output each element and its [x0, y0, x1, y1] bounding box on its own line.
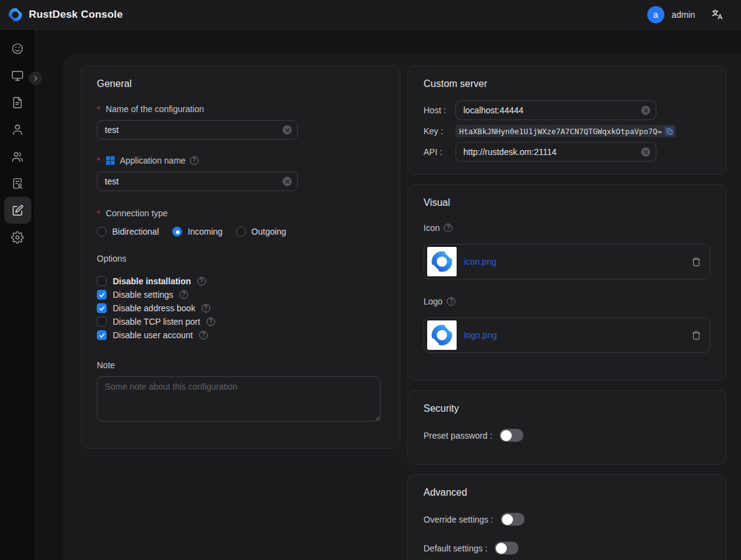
default-settings-label: Default settings :	[424, 543, 487, 553]
host-input[interactable]	[455, 100, 656, 120]
default-settings-toggle[interactable]	[495, 542, 519, 554]
sidebar-item-address-books[interactable]	[4, 170, 31, 197]
advanced-title: Advanced	[424, 487, 710, 498]
help-icon[interactable]: ?	[180, 290, 188, 299]
preset-password-toggle[interactable]	[500, 429, 523, 442]
key-value-chip: HtaXBkJNHyn0e1U1jWXze7A7CN7QTGWqxkOtpaVp…	[455, 125, 676, 137]
checkbox-disable-user-account[interactable]: Disable user account ?	[97, 328, 384, 342]
connection-type-label: * Connection type	[97, 208, 384, 218]
options-list: Disable installation ? Disable settings …	[97, 274, 384, 342]
checkbox-disable-installation[interactable]: Disable installation ?	[97, 274, 384, 288]
icon-label: Icon ?	[424, 223, 710, 233]
visual-card: Visual Icon ?	[408, 184, 726, 380]
note-textarea[interactable]	[97, 376, 381, 422]
help-icon[interactable]: ?	[202, 304, 210, 312]
sidebar-item-settings[interactable]	[4, 224, 31, 251]
note-label: Note	[97, 360, 384, 370]
general-card: General * Name of the configuration	[81, 66, 400, 448]
sidebar-item-dashboard[interactable]	[4, 35, 31, 62]
app-name-label: * Application name ?	[97, 156, 384, 165]
chevron-right-icon	[32, 75, 39, 82]
trash-icon[interactable]	[691, 257, 701, 267]
radio-outgoing[interactable]: Outgoing	[236, 227, 286, 236]
clear-icon[interactable]	[283, 126, 292, 135]
connection-type-group: Bidirectional Incoming Outgoing	[97, 227, 384, 236]
sidebar-item-audit[interactable]	[4, 89, 31, 116]
config-name-label: * Name of the configuration	[97, 104, 384, 114]
radio-bidirectional[interactable]: Bidirectional	[97, 227, 159, 236]
clear-icon[interactable]	[641, 148, 650, 157]
help-icon[interactable]: ?	[199, 331, 208, 339]
top-bar: RustDesk Console a admin	[0, 0, 741, 29]
security-card: Security Preset password :	[408, 390, 726, 464]
avatar[interactable]: a	[647, 6, 664, 23]
icon-upload-item: icon.png	[424, 244, 710, 279]
required-marker: *	[97, 156, 100, 165]
app-title: RustDesk Console	[29, 9, 123, 21]
app-name-input[interactable]	[97, 172, 298, 191]
brand: RustDesk Console	[7, 7, 123, 23]
checkbox-disable-address-book[interactable]: Disable address book ?	[97, 301, 384, 315]
users-icon	[11, 150, 24, 163]
gear-icon	[11, 231, 24, 244]
custom-server-card: Custom server Host : Key : H	[408, 66, 726, 175]
api-input[interactable]	[455, 142, 656, 162]
help-icon[interactable]: ?	[190, 156, 199, 165]
monitor-icon	[11, 69, 24, 82]
config-name-field	[97, 120, 298, 140]
app-name-field	[97, 172, 298, 191]
checkbox-disable-tcp-listen-port[interactable]: Disable TCP listen port ?	[97, 315, 384, 328]
override-settings-row: Override settings :	[424, 513, 710, 526]
edit-icon	[11, 204, 24, 217]
advanced-card: Advanced Override settings : Default set…	[408, 474, 726, 560]
clear-icon[interactable]	[283, 177, 292, 186]
checkbox-disable-settings[interactable]: Disable settings ?	[97, 288, 384, 301]
copy-icon[interactable]	[664, 126, 674, 136]
sidebar-item-devices[interactable]	[4, 62, 31, 89]
logo-label: Logo ?	[424, 297, 710, 306]
help-icon[interactable]: ?	[447, 297, 455, 306]
key-label: Key :	[424, 126, 455, 136]
api-label: API :	[424, 147, 455, 157]
visual-title: Visual	[424, 197, 710, 208]
document-icon	[11, 96, 24, 109]
icon-thumbnail	[427, 247, 457, 276]
help-icon[interactable]: ?	[197, 277, 206, 286]
config-name-input[interactable]	[97, 120, 298, 140]
required-marker: *	[97, 104, 100, 114]
required-marker: *	[97, 208, 100, 218]
clear-icon[interactable]	[641, 106, 650, 115]
sidebar-item-groups[interactable]	[4, 143, 31, 170]
content-panel: General * Name of the configuration	[63, 55, 741, 560]
windows-logo-icon	[105, 156, 115, 165]
preset-password-label: Preset password :	[424, 431, 492, 441]
smiley-icon	[11, 42, 24, 55]
avatar-initial: a	[653, 10, 658, 20]
api-field	[455, 142, 656, 162]
security-title: Security	[424, 403, 710, 414]
logo-upload-item: logo.png	[424, 317, 710, 353]
host-field	[455, 100, 656, 120]
sidebar-expand-button[interactable]	[29, 72, 42, 85]
override-settings-toggle[interactable]	[501, 513, 525, 526]
custom-server-title: Custom server	[424, 78, 710, 89]
host-label: Host :	[424, 105, 455, 115]
trash-icon[interactable]	[691, 330, 701, 340]
sidebar-item-users[interactable]	[4, 116, 31, 143]
override-settings-label: Override settings :	[424, 515, 493, 524]
sidebar	[0, 29, 36, 560]
general-title: General	[97, 78, 384, 89]
rustdesk-logo-icon	[7, 7, 23, 23]
logo-thumbnail	[427, 320, 457, 350]
options-label: Options	[97, 254, 384, 263]
username: admin	[672, 10, 695, 20]
translate-icon[interactable]	[711, 8, 724, 21]
logo-filename-link[interactable]: logo.png	[464, 330, 497, 340]
sidebar-item-custom-client[interactable]	[4, 197, 31, 224]
user-icon	[11, 123, 24, 136]
help-icon[interactable]: ?	[207, 317, 215, 326]
preset-password-row: Preset password :	[424, 429, 710, 442]
radio-incoming[interactable]: Incoming	[172, 227, 222, 236]
icon-filename-link[interactable]: icon.png	[464, 257, 496, 267]
help-icon[interactable]: ?	[444, 224, 452, 232]
